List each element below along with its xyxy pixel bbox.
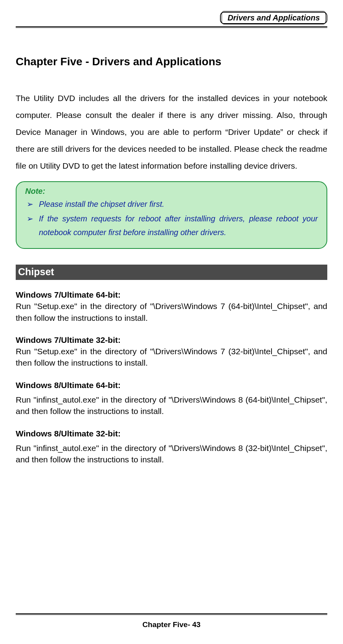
- chapter-title: Chapter Five - Drivers and Applications: [16, 55, 327, 68]
- driver-text: Run "infinst_autol.exe" in the directory…: [16, 394, 327, 417]
- header-rule: [16, 26, 327, 28]
- note-item: ➢ Please install the chipset driver firs…: [25, 197, 318, 211]
- footer-section: Chapter Five- 43: [16, 613, 327, 629]
- driver-text: Run "infinst_autol.exe" in the directory…: [16, 442, 327, 466]
- header-badge: Drivers and Applications: [220, 12, 327, 24]
- note-item-text: Please install the chipset driver first.: [39, 197, 164, 211]
- note-label: Note:: [25, 187, 318, 196]
- triangle-right-icon: ➢: [27, 197, 33, 211]
- driver-block: Windows 7/Ultimate 64-bit: Run "Setup.ex…: [16, 290, 327, 324]
- driver-heading: Windows 7/Ultimate 64-bit:: [16, 290, 327, 300]
- footer-rule: [16, 613, 327, 615]
- driver-heading: Windows 8/Ultimate 32-bit:: [16, 429, 327, 438]
- driver-text: Run "Setup.exe" in the directory of "\Dr…: [16, 346, 327, 369]
- triangle-right-icon: ➢: [27, 212, 33, 239]
- driver-block: Windows 8/Ultimate 32-bit: Run "infinst_…: [16, 429, 327, 466]
- driver-heading: Windows 7/Ultimate 32-bit:: [16, 335, 327, 345]
- header-section: Drivers and Applications: [16, 12, 327, 24]
- section-heading-chipset: Chipset: [16, 265, 327, 280]
- header-badge-text: Drivers and Applications: [222, 11, 326, 24]
- driver-heading: Windows 8/Ultimate 64-bit:: [16, 381, 327, 390]
- page-content: Drivers and Applications Chapter Five - …: [0, 0, 343, 465]
- driver-block: Windows 8/Ultimate 64-bit: Run "infinst_…: [16, 381, 327, 417]
- driver-block: Windows 7/Ultimate 32-bit: Run "Setup.ex…: [16, 335, 327, 369]
- note-box: Note: ➢ Please install the chipset drive…: [16, 181, 327, 249]
- note-item: ➢ If the system requests for reboot afte…: [25, 212, 318, 239]
- footer-text: Chapter Five- 43: [16, 620, 327, 629]
- driver-text: Run "Setup.exe" in the directory of "\Dr…: [16, 300, 327, 324]
- intro-paragraph: The Utility DVD includes all the drivers…: [16, 90, 327, 174]
- note-item-text: If the system requests for reboot after …: [39, 212, 318, 239]
